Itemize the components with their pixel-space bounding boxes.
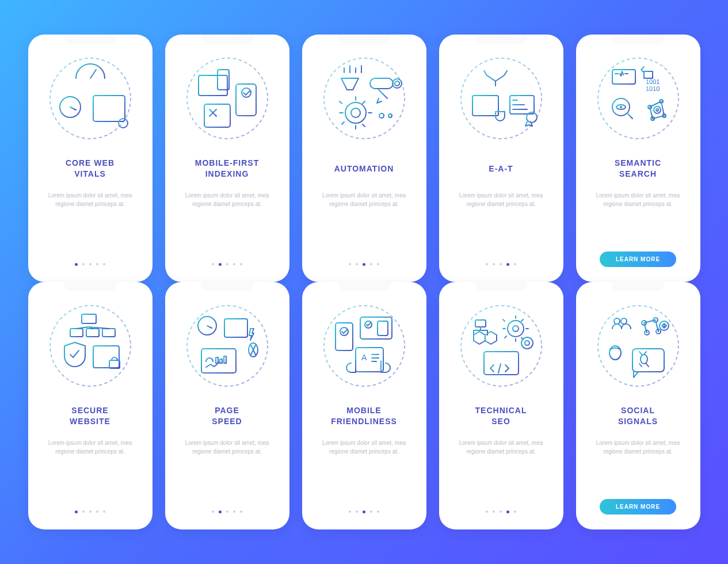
row-1: SECURE WEBSITELorem ipsum dolor sit amet…: [28, 282, 700, 529]
svg-point-35: [620, 106, 622, 108]
learn-more-button[interactable]: LEARN MORE: [600, 499, 676, 515]
pagination-dot[interactable]: [486, 263, 488, 265]
pagination-dots: [75, 263, 105, 266]
pagination-dot[interactable]: [370, 263, 372, 265]
page-speed-icon: [178, 297, 276, 395]
pagination-dot[interactable]: [500, 263, 502, 265]
card-title: PAGE SPEED: [212, 405, 242, 427]
pagination-dot[interactable]: [349, 510, 351, 513]
phone-notch: [64, 35, 116, 44]
pagination-dot[interactable]: [363, 263, 365, 266]
svg-text:A: A: [361, 353, 367, 362]
pagination-dot[interactable]: [506, 263, 509, 266]
pagination-dot[interactable]: [75, 263, 78, 266]
pagination-dot[interactable]: [103, 263, 105, 265]
pagination-dot[interactable]: [240, 510, 242, 513]
svg-point-7: [119, 119, 128, 128]
mobile-friendly-icon: A: [315, 297, 413, 395]
phone-card: 1001 1010 SEMANTIC SEARCHLorem ipsum dol…: [576, 35, 700, 282]
row-0: CORE WEB VITALSLorem ipsum dolor sit ame…: [28, 35, 700, 282]
learn-more-button[interactable]: LEARN MORE: [600, 251, 676, 267]
pagination-dot[interactable]: [233, 510, 235, 513]
phone-notch: [338, 282, 390, 291]
technical-seo-icon: [452, 297, 550, 395]
pagination-dot[interactable]: [500, 510, 502, 513]
svg-point-0: [50, 58, 131, 139]
svg-rect-83: [484, 352, 519, 375]
pagination-dot[interactable]: [493, 510, 495, 513]
pagination-dot[interactable]: [349, 263, 351, 265]
phone-card: MOBILE-FIRST INDEXINGLorem ipsum dolor s…: [165, 35, 289, 282]
automation-icon: [315, 49, 413, 147]
card-description: Lorem ipsum dolor sit amet, mea regione …: [174, 191, 280, 208]
pagination-dot[interactable]: [233, 263, 235, 265]
core-web-vitals-icon: [41, 49, 139, 147]
svg-rect-47: [82, 314, 96, 323]
pagination-dots: [349, 510, 379, 513]
pagination-dot[interactable]: [363, 510, 365, 513]
card-description: Lorem ipsum dolor sit amet, mea regione …: [448, 439, 554, 456]
pagination-dot[interactable]: [506, 510, 509, 513]
svg-line-1: [90, 70, 96, 78]
svg-rect-49: [86, 329, 99, 337]
pagination-dots: [486, 263, 516, 266]
svg-rect-74: [378, 321, 388, 336]
pagination-dot[interactable]: [219, 263, 222, 266]
card-title: MOBILE-FIRST INDEXING: [195, 158, 260, 180]
svg-point-80: [513, 326, 519, 331]
svg-rect-29: [612, 70, 635, 84]
svg-rect-15: [370, 78, 393, 89]
pagination-dot[interactable]: [89, 510, 92, 513]
pagination-dots: [212, 510, 242, 513]
pagination-dot[interactable]: [493, 263, 495, 265]
pagination-dots: [486, 510, 516, 513]
pagination-dot[interactable]: [75, 510, 78, 513]
pagination-dot[interactable]: [89, 263, 92, 265]
pagination-dot[interactable]: [96, 263, 98, 265]
pagination-dot[interactable]: [103, 510, 105, 513]
pagination-dot[interactable]: [356, 510, 358, 513]
pagination-dot[interactable]: [82, 263, 85, 265]
pagination-dot[interactable]: [226, 510, 228, 513]
pagination-dot[interactable]: [486, 510, 488, 513]
svg-rect-9: [199, 75, 227, 96]
pagination-dot[interactable]: [514, 510, 516, 513]
phone-notch: [612, 282, 664, 291]
pagination-dot[interactable]: [212, 510, 214, 513]
mobile-first-icon: [178, 49, 276, 147]
pagination-dot[interactable]: [240, 263, 242, 265]
svg-rect-48: [70, 329, 83, 337]
phone-card: TECHNICAL SEOLorem ipsum dolor sit amet,…: [439, 282, 563, 529]
pagination-dot[interactable]: [370, 510, 372, 513]
pagination-dot[interactable]: [514, 263, 516, 265]
pagination-dot[interactable]: [377, 510, 379, 513]
pagination-dot[interactable]: [96, 510, 98, 513]
card-description: Lorem ipsum dolor sit amet, mea regione …: [311, 191, 417, 208]
phone-card: E-A-TLorem ipsum dolor sit amet, mea reg…: [439, 35, 563, 282]
svg-point-44: [654, 106, 661, 113]
svg-rect-96: [632, 349, 664, 372]
phone-card: SOCIAL SIGNALSLorem ipsum dolor sit amet…: [576, 282, 700, 529]
phone-notch: [612, 35, 664, 44]
pagination-dot[interactable]: [219, 510, 222, 513]
svg-point-19: [351, 108, 360, 117]
card-title: AUTOMATION: [334, 158, 394, 180]
card-description: Lorem ipsum dolor sit amet, mea regione …: [448, 191, 554, 208]
eat-icon: [452, 49, 550, 147]
svg-point-87: [621, 318, 627, 324]
phone-notch: [475, 35, 527, 44]
svg-point-81: [521, 337, 533, 349]
svg-point-16: [392, 79, 402, 88]
pagination-dot[interactable]: [226, 263, 228, 265]
pagination-dot[interactable]: [356, 263, 358, 265]
card-description: Lorem ipsum dolor sit amet, mea regione …: [174, 439, 280, 456]
card-title: MOBILE FRIENDLINESS: [331, 405, 397, 427]
pagination-dot[interactable]: [377, 263, 379, 265]
svg-point-45: [656, 109, 658, 111]
card-description: Lorem ipsum dolor sit amet, mea regione …: [37, 439, 143, 456]
svg-line-40: [650, 101, 661, 107]
phone-card: AUTOMATIONLorem ipsum dolor sit amet, me…: [302, 35, 426, 282]
svg-rect-11: [236, 84, 256, 116]
pagination-dot[interactable]: [82, 510, 85, 513]
pagination-dot[interactable]: [212, 263, 214, 265]
